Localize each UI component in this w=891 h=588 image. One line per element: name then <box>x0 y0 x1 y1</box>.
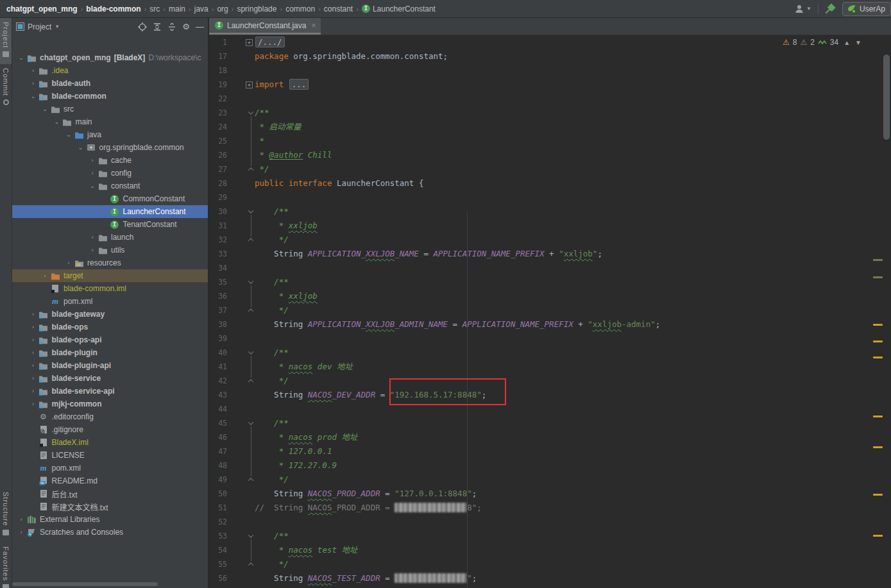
close-tab-icon[interactable]: × <box>311 21 316 30</box>
breadcrumb-item-main[interactable]: main <box>169 4 185 13</box>
code-line-26[interactable]: 26 * @author Chill <box>209 148 891 162</box>
line-number[interactable]: 45 <box>209 416 227 430</box>
stripe-warning-mark[interactable] <box>873 340 883 342</box>
line-number[interactable]: 47 <box>209 444 227 458</box>
tree-item-.gitignore[interactable]: .gitignore <box>12 423 208 436</box>
line-number[interactable]: 17 <box>209 49 227 63</box>
tree-collapsed-arrow-icon[interactable]: › <box>87 234 98 240</box>
line-number[interactable]: 29 <box>209 190 227 205</box>
line-number[interactable]: 38 <box>209 317 227 332</box>
tree-item-launch[interactable]: ›launch <box>12 231 208 244</box>
line-number[interactable]: 49 <box>209 473 227 487</box>
tab-launcherconstant-java[interactable]: I LauncherConstant.java × <box>209 18 321 35</box>
project-view-dropdown[interactable]: Project ▼ <box>16 22 60 31</box>
code-line-45[interactable]: 45 /** <box>209 416 891 430</box>
line-number[interactable]: 1 <box>209 35 227 49</box>
tree-item-.editorconfig[interactable]: ⚙.editorconfig <box>12 410 208 423</box>
line-number[interactable]: 27 <box>209 162 227 176</box>
code-line-50[interactable]: 50 String NACOS_PROD_ADDR = "127.0.0.1:8… <box>209 487 891 501</box>
fold-start-icon[interactable] <box>248 208 253 213</box>
code-line-40[interactable]: 40 /** <box>209 346 891 360</box>
fold-end-icon[interactable] <box>248 167 253 172</box>
code-line-39[interactable]: 39 <box>209 332 891 346</box>
inspections-widget[interactable]: ⚠ 8 ⚠ 2 34 ▲ ▼ <box>783 38 861 47</box>
tree-collapsed-arrow-icon[interactable]: › <box>87 170 98 176</box>
line-number[interactable]: 48 <box>209 458 227 473</box>
tree-expanded-arrow-icon[interactable]: ⌄ <box>64 131 74 138</box>
fold-end-icon[interactable] <box>248 478 253 483</box>
code-line-48[interactable]: 48 * 172.27.0.9 <box>209 458 891 473</box>
fold-start-icon[interactable] <box>248 419 253 424</box>
line-number[interactable]: 31 <box>209 219 227 233</box>
code-line-42[interactable]: 42 */ <box>209 374 891 388</box>
tree-collapsed-arrow-icon[interactable]: › <box>40 273 50 279</box>
code-line-49[interactable]: 49 */ <box>209 473 891 487</box>
tree-collapsed-arrow-icon[interactable]: › <box>87 247 98 253</box>
stripe-weak-warning-mark[interactable] <box>873 259 883 261</box>
tree-item-.idea[interactable]: ›.idea <box>12 64 208 77</box>
line-number[interactable]: 25 <box>209 134 227 148</box>
line-number[interactable]: 39 <box>209 332 227 346</box>
tree-item-java[interactable]: ⌄java <box>12 128 208 141</box>
line-number[interactable]: 19 <box>209 78 227 92</box>
code-line-35[interactable]: 35 /** <box>209 275 891 289</box>
tree-item-LauncherConstant[interactable]: ILauncherConstant <box>12 205 208 218</box>
line-number[interactable]: 26 <box>209 148 227 162</box>
tool-window-tab-project[interactable]: Project <box>0 18 12 64</box>
horizontal-scrollbar-thumb[interactable] <box>12 582 158 586</box>
expand-all-icon[interactable] <box>153 22 162 31</box>
code-line-37[interactable]: 37 */ <box>209 303 891 317</box>
line-number[interactable]: 54 <box>209 543 227 557</box>
code-line-53[interactable]: 53 /** <box>209 529 891 543</box>
code-line-32[interactable]: 32 */ <box>209 233 891 247</box>
tree-expanded-arrow-icon[interactable]: ⌄ <box>87 183 98 189</box>
user-accounts-button[interactable]: ▼ <box>795 4 811 13</box>
line-number[interactable]: 52 <box>209 515 227 529</box>
tree-item-External Libraries[interactable]: ›External Libraries <box>12 513 208 526</box>
tree-item-blade-plugin-api[interactable]: ›blade-plugin-api <box>12 359 208 372</box>
tree-item-pom.xml[interactable]: mpom.xml <box>12 295 208 308</box>
tree-expanded-arrow-icon[interactable]: ⌄ <box>28 93 38 99</box>
breadcrumb-item-blade-common[interactable]: blade-common <box>86 4 140 13</box>
fold-start-icon[interactable] <box>248 109 253 114</box>
code-line-22[interactable]: 22 <box>209 92 891 106</box>
fold-expand-icon[interactable]: + <box>246 39 253 46</box>
stripe-weak-warning-mark[interactable] <box>873 276 883 278</box>
tree-item-resources[interactable]: ›resources <box>12 256 208 269</box>
line-number[interactable]: 18 <box>209 63 227 78</box>
settings-gear-icon[interactable]: ⚙ <box>182 22 190 31</box>
code-line-30[interactable]: 30 /** <box>209 205 891 219</box>
line-number[interactable]: 22 <box>209 92 227 106</box>
code-line-19[interactable]: 19+import ... <box>209 78 891 92</box>
tree-item-pom.xml[interactable]: mpom.xml <box>12 462 208 475</box>
tree-item-blade-service[interactable]: ›blade-service <box>12 372 208 385</box>
fold-start-icon[interactable] <box>248 349 253 354</box>
code-line-28[interactable]: 28public interface LauncherConstant { <box>209 176 891 190</box>
line-number[interactable]: 34 <box>209 261 227 275</box>
tree-collapsed-arrow-icon[interactable]: › <box>28 80 38 87</box>
code-line-54[interactable]: 54 * nacos test 地址 <box>209 543 891 557</box>
tree-collapsed-arrow-icon[interactable]: › <box>28 67 38 74</box>
fold-start-icon[interactable] <box>248 532 253 537</box>
line-number[interactable]: 40 <box>209 346 227 360</box>
tree-item-constant[interactable]: ⌄constant <box>12 180 208 192</box>
tree-item-main[interactable]: ⌄main <box>12 115 208 128</box>
tree-item-TenantConstant[interactable]: ITenantConstant <box>12 218 208 231</box>
line-number[interactable]: 50 <box>209 487 227 501</box>
tree-item-blade-plugin[interactable]: ›blade-plugin <box>12 346 208 359</box>
stripe-warning-mark[interactable] <box>873 535 883 537</box>
tree-collapsed-arrow-icon[interactable]: › <box>87 157 98 164</box>
tree-collapsed-arrow-icon[interactable]: › <box>16 529 26 535</box>
tree-collapsed-arrow-icon[interactable]: › <box>28 337 38 343</box>
tree-item-blade-ops[interactable]: ›blade-ops <box>12 321 208 333</box>
breadcrumb-item-common[interactable]: common <box>285 4 315 13</box>
tree-collapsed-arrow-icon[interactable]: › <box>28 375 38 382</box>
code-line-17[interactable]: 17package org.springblade.common.constan… <box>209 49 891 63</box>
line-number[interactable]: 42 <box>209 374 227 388</box>
tool-window-tab-favorites[interactable]: Favorites <box>0 542 12 588</box>
line-number[interactable]: 33 <box>209 247 227 261</box>
code-line-33[interactable]: 33 String APPLICATION_XXLJOB_NAME = APPL… <box>209 247 891 261</box>
code-line-41[interactable]: 41 * nacos dev 地址 <box>209 360 891 374</box>
tree-item-target[interactable]: ›target <box>12 269 208 282</box>
build-project-button[interactable] <box>825 3 836 14</box>
